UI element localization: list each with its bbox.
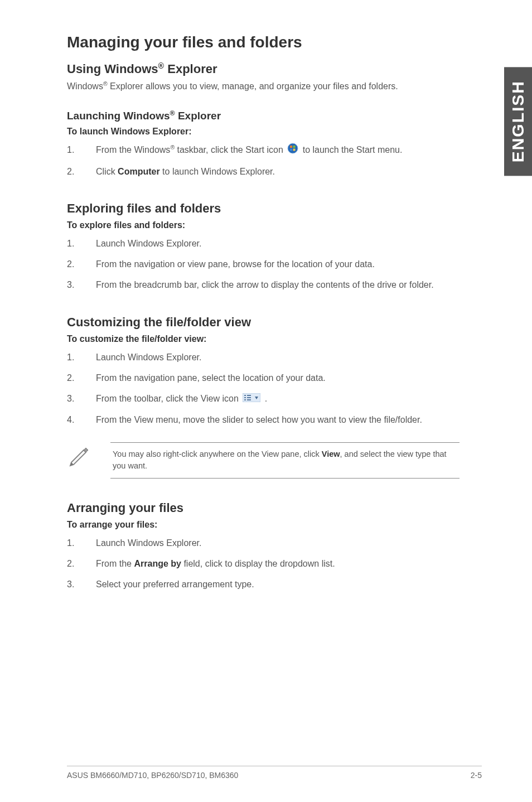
step-text: Click Computer to launch Windows Explore… [96,164,275,179]
svg-rect-10 [247,397,251,398]
language-tab: ENGLISH [504,67,532,176]
lead-explore: To explore files and folders: [67,220,482,230]
svg-rect-6 [244,395,246,396]
step-text: From the Arrange by field, click to disp… [96,556,335,571]
footer-product: ASUS BM6660/MD710, BP6260/SD710, BM6360 [67,771,238,780]
page-footer: ASUS BM6660/MD710, BP6260/SD710, BM6360 … [67,766,482,780]
steps-launch: 1. From the Windows® taskbar, click the … [67,142,482,179]
page-title: Managing your files and folders [67,33,482,51]
section-arranging: Arranging your files To arrange your fil… [67,501,482,592]
steps-arrange: 1.Launch Windows Explorer. 2. From the A… [67,535,482,592]
list-item: 3.From the breadcrumb bar, click the arr… [67,277,482,292]
svg-point-0 [288,143,298,153]
list-item: 2. Click Computer to launch Windows Expl… [67,164,482,179]
section-using-explorer-title: Using Windows® Explorer [67,61,482,76]
section-heading: Exploring files and folders [67,201,482,216]
list-item: 4.From the View menu, move the slider to… [67,412,482,427]
list-item: 1.Launch Windows Explorer. [67,350,482,365]
step-text: From the Windows® taskbar, click the Sta… [96,142,402,158]
section-exploring: Exploring files and folders To explore f… [67,201,482,293]
step-number: 1. [67,142,77,158]
svg-rect-7 [244,397,246,398]
svg-rect-8 [244,399,246,400]
start-orb-icon [287,143,298,158]
page-content: Managing your files and folders Using Wi… [0,0,532,620]
steps-explore: 1.Launch Windows Explorer. 2.From the na… [67,236,482,293]
svg-rect-1 [290,146,292,148]
svg-rect-4 [293,148,296,151]
list-item: 2.From the navigation pane, select the l… [67,370,482,385]
section-heading: Arranging your files [67,501,482,515]
svg-rect-3 [290,148,292,151]
footer-page-number: 2-5 [471,771,482,780]
list-item: 3. From the toolbar, click the View icon [67,391,482,407]
view-dropdown-icon [243,392,260,407]
step-text: From the toolbar, click the View icon [96,391,267,407]
list-item: 1.Launch Windows Explorer. [67,535,482,550]
steps-customize: 1.Launch Windows Explorer. 2.From the na… [67,350,482,428]
lead-launch: To launch Windows Explorer: [67,127,482,137]
section-heading: Customizing the file/folder view [67,315,482,330]
list-item: 1. From the Windows® taskbar, click the … [67,142,482,158]
section-launching-title: Launching Windows® Explorer [67,109,482,122]
lead-customize: To customize the file/folder view: [67,334,482,344]
step-number: 2. [67,164,77,179]
svg-rect-9 [247,395,251,396]
svg-rect-11 [247,399,251,400]
note-text: You may also right-click anywhere on the… [110,442,460,479]
list-item: 2. From the Arrange by field, click to d… [67,556,482,571]
list-item: 2.From the navigation or view pane, brow… [67,257,482,272]
pencil-icon [67,442,91,469]
note: You may also right-click anywhere on the… [67,442,482,479]
list-item: 1.Launch Windows Explorer. [67,236,482,251]
lead-arrange: To arrange your files: [67,520,482,530]
intro-text: Windows® Explorer allows you to view, ma… [67,80,482,93]
svg-rect-2 [293,146,296,148]
list-item: 3.Select your preferred arrangement type… [67,577,482,592]
section-customizing: Customizing the file/folder view To cust… [67,315,482,479]
